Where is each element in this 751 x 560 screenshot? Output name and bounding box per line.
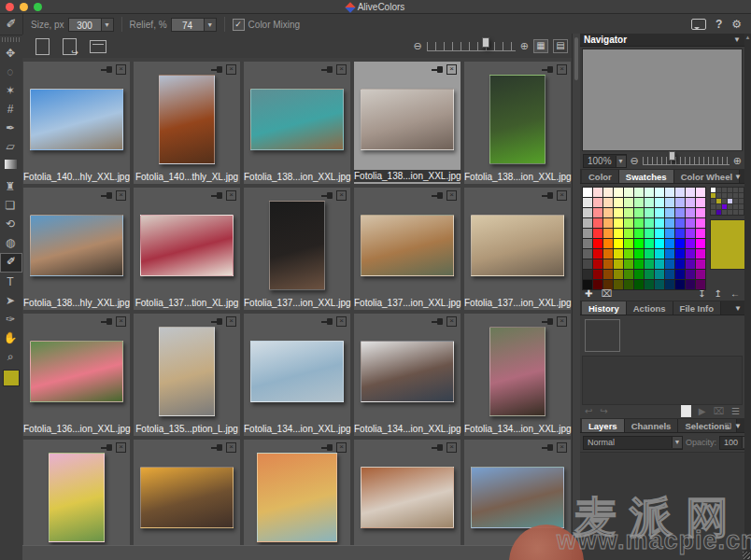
play-action-icon[interactable]: ▶ — [699, 406, 706, 416]
gallery-cell[interactable]: × — [244, 440, 350, 560]
chevron-down-icon[interactable]: ▼ — [672, 437, 682, 448]
text-tool-icon[interactable]: T — [0, 273, 21, 291]
zoom-tool-icon[interactable]: ⌕ — [0, 348, 21, 366]
custom-swatch-cell[interactable] — [711, 210, 716, 215]
custom-swatch-cell[interactable] — [733, 199, 738, 203]
grid-view-button[interactable]: ▦ — [533, 39, 548, 53]
zoom-level-dropdown[interactable]: 100%▼ — [583, 154, 627, 168]
new-layer-icon[interactable]: ❏ — [725, 422, 731, 430]
palette-swatch[interactable] — [655, 208, 664, 217]
palette-swatch[interactable] — [645, 270, 654, 279]
custom-swatch-cell[interactable] — [733, 193, 738, 198]
photo-thumbnail[interactable] — [30, 341, 123, 402]
help-icon[interactable]: ? — [716, 18, 722, 31]
new-snapshot-icon[interactable] — [681, 405, 691, 417]
pin-icon[interactable] — [211, 191, 223, 200]
pin-icon[interactable] — [432, 191, 444, 200]
gallery-cell[interactable]: ×Fotolia_137...ion_XXL.jpg — [464, 188, 571, 310]
palette-swatch[interactable] — [593, 188, 602, 197]
palette-swatch[interactable] — [614, 249, 623, 259]
palette-swatch[interactable] — [634, 198, 644, 207]
palette-swatch[interactable] — [614, 270, 623, 279]
palette-swatch[interactable] — [686, 198, 695, 207]
navigator-header[interactable]: Navigator ▼ — [580, 34, 744, 47]
palette-swatch[interactable] — [665, 218, 674, 228]
apply-swatch-icon[interactable]: ← — [730, 288, 740, 299]
pin-icon[interactable] — [321, 191, 333, 200]
zoom-out-icon[interactable]: ⊖ — [631, 155, 639, 167]
palette-swatch[interactable] — [645, 259, 654, 269]
palette-swatch[interactable] — [634, 259, 644, 269]
close-icon[interactable]: × — [226, 316, 236, 327]
lasso-tool-icon[interactable]: ◌ — [0, 63, 21, 81]
pin-icon[interactable] — [101, 443, 113, 452]
palette-swatch[interactable] — [696, 198, 705, 207]
palette-swatch[interactable] — [593, 198, 602, 207]
tab-color-wheel[interactable]: Color Wheel — [674, 170, 740, 183]
settings-gear-icon[interactable]: ⚙ — [731, 18, 742, 31]
chevron-down-icon[interactable]: ▼ — [101, 18, 114, 32]
palette-swatch[interactable] — [645, 249, 654, 259]
palette-swatch[interactable] — [665, 259, 674, 269]
horizontal-scrollbar[interactable] — [22, 545, 572, 560]
gallery-cell[interactable]: ×Fotolia_137...ion_XXL.jpg — [244, 188, 350, 310]
gallery-cell[interactable]: ×Fotolia_138...ion_XXL.jpg — [464, 62, 571, 184]
palette-swatch[interactable] — [686, 208, 695, 217]
custom-swatch-cell[interactable] — [728, 204, 732, 209]
photo-thumbnail[interactable] — [489, 327, 546, 416]
custom-swatch-cell[interactable] — [711, 199, 716, 203]
close-icon[interactable]: × — [116, 190, 126, 201]
palette-swatch[interactable] — [665, 208, 674, 217]
palette-swatch[interactable] — [634, 239, 644, 248]
palette-swatch[interactable] — [603, 218, 613, 228]
open-file-icon[interactable]: ↪ — [63, 38, 77, 55]
custom-swatch-cell[interactable] — [722, 188, 727, 192]
selection-arrow-tool-icon[interactable]: ➤ — [0, 292, 21, 310]
custom-swatch-cell[interactable] — [739, 193, 744, 198]
brush-tool-icon[interactable]: ✐ — [0, 253, 22, 273]
gallery-cell[interactable]: ×Fotolia_135...ption_L.jpg — [134, 314, 240, 436]
palette-swatch[interactable] — [696, 239, 705, 248]
palette-swatch[interactable] — [614, 208, 623, 217]
eraser-tool-icon[interactable]: ▱ — [0, 138, 21, 156]
gallery-cell[interactable]: ×Fotolia_140...hly_XXL.jpg — [23, 62, 130, 184]
palette-swatch[interactable] — [603, 239, 613, 248]
custom-swatch-cell[interactable] — [739, 188, 744, 192]
photo-thumbnail[interactable] — [269, 201, 325, 290]
palette-swatch[interactable] — [655, 218, 664, 228]
palette-swatch[interactable] — [593, 239, 602, 248]
palette-swatch[interactable] — [624, 270, 633, 279]
palette-swatch[interactable] — [634, 270, 644, 279]
navigator-zoom-slider[interactable] — [643, 157, 730, 165]
redo-icon[interactable]: ↪ — [600, 406, 607, 416]
pin-icon[interactable] — [101, 191, 113, 200]
gallery-cell[interactable]: ×Fotolia_136...ion_XXL.jpg — [23, 314, 130, 436]
size-dropdown[interactable]: 300▼ — [68, 18, 114, 32]
palette-swatch[interactable] — [583, 239, 592, 248]
close-icon[interactable]: × — [557, 442, 567, 453]
close-icon[interactable]: × — [446, 190, 457, 201]
palette-swatch[interactable] — [583, 218, 592, 228]
palette-swatch[interactable] — [614, 218, 623, 228]
palette-swatch[interactable] — [583, 259, 592, 269]
palette-swatch[interactable] — [624, 259, 633, 269]
photo-thumbnail[interactable] — [471, 467, 564, 528]
photo-thumbnail[interactable] — [30, 215, 123, 276]
history-options-icon[interactable]: ☰ — [731, 406, 740, 416]
gallery-cell[interactable]: × — [354, 440, 461, 560]
pin-icon[interactable] — [321, 443, 333, 452]
custom-swatch-cell[interactable] — [716, 199, 721, 203]
palette-swatch[interactable] — [696, 259, 705, 269]
palette-swatch[interactable] — [603, 198, 613, 207]
palette-swatch[interactable] — [583, 198, 592, 207]
gallery-cell[interactable]: ×Fotolia_138...ion_XXL.jpg — [244, 62, 350, 184]
custom-swatch-cell[interactable] — [716, 193, 721, 198]
palette-swatch[interactable] — [634, 188, 644, 197]
pin-icon[interactable] — [432, 65, 444, 74]
photo-thumbnail[interactable] — [250, 89, 344, 150]
tab-file-info[interactable]: File Info — [673, 301, 721, 315]
custom-swatch-cell[interactable] — [722, 193, 727, 198]
close-icon[interactable]: × — [557, 64, 567, 75]
pin-icon[interactable] — [321, 317, 333, 326]
palette-swatch[interactable] — [655, 198, 664, 207]
